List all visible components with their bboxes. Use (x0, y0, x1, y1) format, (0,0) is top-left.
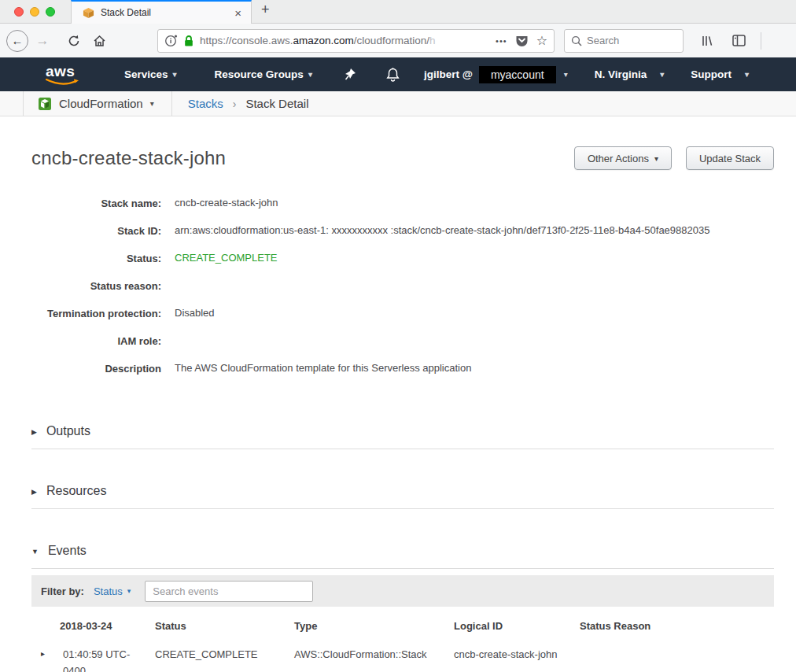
page-info-icon[interactable] (164, 34, 178, 47)
collapsed-triangle-icon: ▶ (31, 427, 37, 436)
other-actions-label: Other Actions (588, 153, 649, 164)
reload-icon (68, 35, 80, 47)
status-filter-dropdown[interactable]: Status ▾ (94, 585, 131, 597)
breadcrumb-left-pad (0, 91, 24, 116)
cloudformation-icon (38, 97, 52, 111)
cloudformation-service-menu[interactable]: CloudFormation ▾ (24, 91, 172, 116)
user-menu-label[interactable]: jgilbert @ (424, 68, 473, 80)
detail-row: Description The AWS CloudFormation templ… (31, 362, 774, 390)
aws-smile-icon (46, 79, 80, 87)
browser-tab[interactable]: Stack Detail × (71, 0, 252, 24)
new-tab-button[interactable]: + (252, 0, 279, 23)
detail-row: Stack name: cncb-create-stack-john (31, 197, 774, 224)
status-reason-column-header: Status Reason (580, 620, 774, 632)
back-button[interactable]: ← (6, 30, 28, 52)
event-status: CREATE_COMPLETE (155, 646, 285, 663)
chevron-down-icon: ▾ (150, 99, 154, 108)
detail-row: Stack ID: arn:aws:cloudformation:us-east… (31, 224, 774, 252)
search-icon (571, 35, 582, 46)
events-filter-bar: Filter by: Status ▾ (31, 575, 774, 607)
bookmark-star-icon[interactable]: ☆ (536, 33, 547, 48)
search-events-input[interactable] (145, 581, 313, 602)
events-table-header: 2018-03-24 Status Type Logical ID Status… (31, 614, 774, 643)
url-path-faded: h (429, 35, 436, 46)
expanded-triangle-icon: ▼ (31, 547, 39, 556)
nav-resource-groups[interactable]: Resource Groups ▾ (215, 68, 312, 80)
nav-services-label: Services (124, 68, 168, 80)
reload-button[interactable] (64, 31, 84, 51)
resources-section-header[interactable]: ▶ Resources (31, 484, 774, 498)
url-text[interactable]: https://console.aws.amazon.com/cloudform… (200, 35, 496, 46)
section-divider (31, 568, 774, 569)
termination-protection-label: Termination protection: (31, 307, 161, 319)
support-label: Support (691, 68, 732, 80)
outputs-section-title: Outputs (46, 424, 90, 438)
home-icon (93, 35, 106, 47)
date-column-header: 2018-03-24 (41, 620, 146, 632)
events-section: ▼ Events Filter by: Status ▾ 2018-03-24 … (31, 544, 774, 672)
search-input[interactable] (587, 35, 665, 46)
events-table: 2018-03-24 Status Type Logical ID Status… (31, 614, 774, 672)
events-section-header[interactable]: ▼ Events (31, 544, 774, 558)
chevron-down-icon: ▾ (308, 70, 312, 79)
detail-row: Status: CREATE_COMPLETE (31, 252, 774, 279)
region-label: N. Virginia (595, 68, 647, 80)
home-button[interactable] (89, 31, 109, 51)
tab-close-icon[interactable]: × (231, 6, 245, 20)
termination-protection-value: Disabled (175, 307, 774, 319)
page-title: cncb-create-stack-john (31, 147, 226, 169)
menu-icon[interactable] (773, 36, 786, 46)
outputs-section-header[interactable]: ▶ Outputs (31, 424, 774, 438)
breadcrumb-stacks-link[interactable]: Stacks (188, 97, 223, 110)
browser-tab-strip: Stack Detail × + (0, 0, 796, 24)
aws-nav-bar: aws Services ▾ Resource Groups ▾ jgilber… (0, 57, 796, 91)
region-menu[interactable]: N. Virginia ▾ (595, 68, 665, 80)
status-column-header: Status (155, 620, 285, 632)
breadcrumb-current-page: Stack Detail (245, 97, 308, 110)
section-divider (31, 449, 774, 449)
notifications-bell-icon[interactable] (385, 67, 400, 83)
detail-row: Termination protection: Disabled (31, 307, 774, 334)
resources-section-title: Resources (46, 484, 106, 498)
pin-shortcut-icon[interactable] (344, 68, 356, 81)
nav-resource-groups-label: Resource Groups (215, 68, 304, 80)
table-row[interactable]: ▸ 01:40:59 UTC-0400 CREATE_COMPLETE AWS:… (31, 643, 774, 672)
page-content: cncb-create-stack-john Other Actions ▾ U… (0, 146, 796, 672)
search-bar[interactable] (564, 29, 684, 53)
aws-logo[interactable]: aws (46, 63, 80, 87)
url-path: /cloudformation/ (354, 35, 429, 46)
window-close-button[interactable] (14, 7, 24, 17)
description-label: Description (31, 362, 161, 375)
sidebar-toggle-icon[interactable] (728, 31, 749, 51)
aws-logo-text: aws (46, 63, 75, 79)
detail-row: Status reason: (31, 279, 774, 307)
event-time: 01:40:59 UTC-0400 (63, 646, 146, 672)
account-name-redacted: myaccount (479, 66, 556, 83)
chevron-down-icon: ▾ (745, 70, 749, 79)
row-expand-icon[interactable]: ▸ (41, 646, 53, 658)
toolbar-separator (761, 32, 761, 50)
library-icon[interactable] (697, 31, 717, 51)
page-actions-icon[interactable]: ••• (496, 36, 507, 46)
back-icon: ← (12, 34, 24, 47)
status-filter-value: Status (94, 585, 123, 597)
detail-row: IAM role: (31, 334, 774, 362)
status-label: Status: (31, 252, 161, 264)
nav-services[interactable]: Services ▾ (124, 68, 177, 80)
https-lock-icon[interactable] (183, 35, 194, 47)
pocket-icon[interactable] (515, 34, 529, 47)
breadcrumb-separator-icon: › (233, 98, 237, 110)
window-zoom-button[interactable] (46, 7, 55, 17)
events-section-title: Events (48, 544, 87, 558)
update-stack-button[interactable]: Update Stack (686, 146, 774, 170)
other-actions-button[interactable]: Other Actions ▾ (574, 146, 672, 170)
iam-role-label: IAM role: (31, 334, 161, 347)
support-menu[interactable]: Support ▾ (691, 68, 749, 80)
chevron-down-icon[interactable]: ▾ (564, 70, 568, 79)
forward-button[interactable]: → (31, 33, 53, 49)
window-minimize-button[interactable] (30, 7, 39, 17)
event-type: AWS::CloudFormation::Stack (294, 646, 444, 663)
url-scheme-host: https://console.aws. (200, 35, 293, 46)
url-bar[interactable]: https://console.aws.amazon.com/cloudform… (157, 29, 555, 53)
section-divider (31, 508, 774, 509)
